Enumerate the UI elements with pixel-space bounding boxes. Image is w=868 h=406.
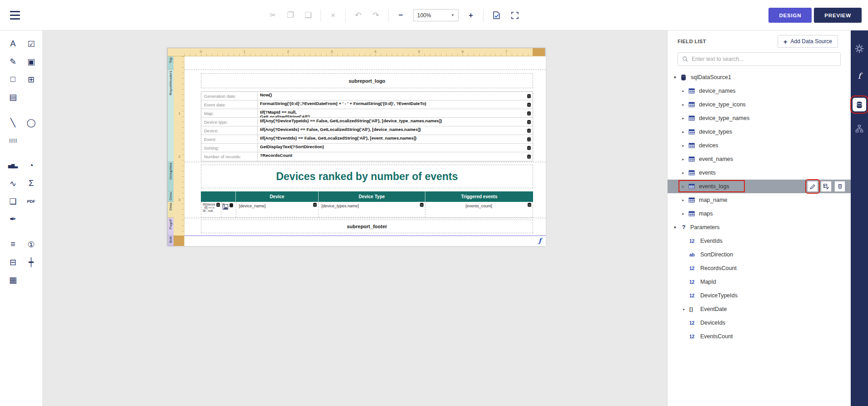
search-box[interactable] bbox=[678, 52, 841, 66]
zoom-select[interactable]: 100% ▼ bbox=[413, 9, 459, 21]
info-row[interactable]: Generation date:Now() bbox=[201, 92, 533, 100]
field-table-device_types[interactable]: ▸device_types bbox=[668, 125, 851, 139]
redo-icon[interactable]: ↷ bbox=[370, 10, 381, 20]
cut-icon[interactable]: ✂ bbox=[267, 10, 278, 20]
field-table-events_logs[interactable]: ▸events_logs bbox=[668, 180, 851, 193]
table-header-cell[interactable]: Triggered events bbox=[425, 191, 533, 202]
band-bott[interactable]: Bott bbox=[168, 236, 174, 246]
copy-icon[interactable]: ❐ bbox=[285, 10, 296, 20]
expander-icon[interactable]: ▸ bbox=[682, 143, 688, 148]
collapse-icon[interactable]: ▾ bbox=[674, 75, 680, 80]
table-header-blank-cell[interactable] bbox=[201, 191, 236, 202]
table-header-cell[interactable]: Device Type bbox=[319, 191, 425, 202]
zoom-in-icon[interactable]: + bbox=[465, 11, 476, 20]
sparkline-icon[interactable]: ∿ bbox=[6, 176, 20, 190]
parameters-node[interactable]: ▾ ? Parameters bbox=[668, 221, 851, 234]
manage-queries-button[interactable] bbox=[821, 181, 832, 192]
expander-icon[interactable]: ▸ bbox=[682, 89, 688, 93]
field-table-device_names[interactable]: ▸device_names bbox=[668, 84, 851, 98]
zoom-out-icon[interactable]: − bbox=[395, 11, 406, 20]
report-page[interactable]: 01234567 TopReportHeader1GroupHeaGrouDet… bbox=[167, 48, 545, 246]
shape-icon[interactable]: ◯ bbox=[24, 115, 38, 130]
report-explorer-icon[interactable] bbox=[853, 122, 866, 135]
info-row[interactable]: Device type:Iif(Any(?DeviceTypeIds) == F… bbox=[201, 118, 533, 126]
report-title-control[interactable]: Devices ranked by number of events bbox=[201, 165, 533, 188]
info-table[interactable]: Generation date:Now()Event date:FormatSt… bbox=[201, 91, 533, 161]
field-table-events[interactable]: ▸events bbox=[668, 166, 851, 180]
field-table-map_name[interactable]: ▸map_name bbox=[668, 193, 851, 207]
table-control-icon[interactable]: ⊞ bbox=[24, 72, 38, 86]
delete-query-button[interactable] bbox=[834, 181, 845, 192]
parameter-EventsCount[interactable]: 12EventsCount bbox=[668, 330, 851, 343]
band-deta[interactable]: Deta bbox=[168, 202, 174, 218]
detail-image-cell[interactable] bbox=[221, 202, 236, 217]
barcode-icon[interactable]: ∣∣∣∣ bbox=[6, 133, 20, 147]
field-table-event_names[interactable]: ▸event_names bbox=[668, 152, 851, 166]
menu-hamburger-icon[interactable] bbox=[7, 8, 23, 22]
detail-events-count-cell[interactable]: [events_count] bbox=[425, 202, 533, 217]
design-button[interactable]: DESIGN bbox=[768, 8, 812, 23]
info-row[interactable]: Number of records:?RecordsCount bbox=[201, 152, 533, 161]
band-grou[interactable]: Grou bbox=[168, 191, 174, 202]
expander-icon[interactable]: ▸ bbox=[682, 198, 688, 202]
parameter-RecordsCount[interactable]: 12RecordsCount bbox=[668, 261, 851, 275]
band-reportheader1[interactable]: ReportHeader1 bbox=[168, 70, 174, 162]
parameter-EventIds[interactable]: 12EventIds bbox=[668, 234, 851, 248]
info-row[interactable]: Sorting:GetDisplayText(?SortDirection) bbox=[201, 144, 533, 152]
paste-icon[interactable]: ❏ bbox=[303, 10, 314, 20]
character-comb-icon[interactable]: ▤ bbox=[6, 90, 20, 104]
report-content[interactable]: subreport_logo Generation date:Now()Even… bbox=[185, 56, 546, 246]
expander-icon[interactable]: ▸ bbox=[682, 170, 688, 175]
parameter-EventDate[interactable]: ▸[ ]EventDate bbox=[668, 302, 851, 316]
detail-device-type-cell[interactable]: [device_types.name] bbox=[319, 202, 425, 217]
search-input[interactable] bbox=[692, 56, 836, 62]
edit-query-button[interactable] bbox=[807, 181, 818, 192]
datasource-node[interactable]: ▾ sqlDataSource1 bbox=[668, 70, 851, 84]
fullscreen-icon[interactable] bbox=[509, 10, 521, 21]
signature-icon[interactable]: ✒ bbox=[6, 212, 20, 226]
page-info-icon[interactable]: ❏ bbox=[6, 194, 20, 208]
panel-icon[interactable]: □ bbox=[6, 72, 20, 86]
script-formula-icon[interactable]: ƒ bbox=[539, 237, 541, 244]
label-icon[interactable]: A bbox=[6, 37, 20, 51]
band-pagef[interactable]: PageF bbox=[168, 218, 174, 236]
info-row[interactable]: Device:Iif(Any(?DeviceIds) == False, Get… bbox=[201, 126, 533, 135]
subreport-footer-control[interactable]: subreport_footer bbox=[201, 220, 533, 233]
detail-device-name-cell[interactable]: [device_name] bbox=[236, 202, 319, 217]
line-icon[interactable]: ╲ bbox=[6, 115, 20, 130]
preview-button[interactable]: PREVIEW bbox=[814, 8, 862, 23]
field-table-device_type_names[interactable]: ▸device_type_names bbox=[668, 111, 851, 125]
gauge-icon[interactable]: ◔ bbox=[24, 159, 38, 173]
info-row[interactable]: Event:Iif(Any(?EventIds) == False, GetLo… bbox=[201, 135, 533, 144]
expressions-icon[interactable]: f bbox=[853, 69, 866, 83]
expander-icon[interactable]: ▸ bbox=[682, 184, 688, 189]
expander-icon[interactable]: ▸ bbox=[682, 211, 688, 216]
page-break-icon[interactable]: ⊟ bbox=[6, 255, 20, 269]
info-row[interactable]: Map:Iif(?MapId == null, GetLocalizedStri… bbox=[201, 109, 533, 118]
field-table-devices[interactable]: ▸devices bbox=[668, 139, 851, 152]
subreport-logo-control[interactable]: subreport_logo bbox=[201, 73, 533, 88]
table-of-contents-icon[interactable]: ≡ bbox=[6, 237, 20, 251]
undo-icon[interactable]: ↶ bbox=[353, 10, 364, 20]
page-number-icon[interactable]: ① bbox=[24, 237, 38, 251]
properties-gear-icon[interactable] bbox=[853, 42, 866, 55]
expander-icon[interactable]: ▸ bbox=[682, 157, 688, 161]
table-header-cell[interactable]: Device bbox=[236, 191, 319, 202]
cross-band-box-icon[interactable]: ▦ bbox=[6, 273, 20, 287]
add-data-source-button[interactable]: + Add Data Source bbox=[778, 35, 838, 48]
cross-band-line-icon[interactable]: ┿ bbox=[24, 255, 38, 269]
validate-report-icon[interactable] bbox=[490, 10, 502, 21]
expander-icon[interactable]: ▸ bbox=[682, 116, 688, 120]
checkbox-icon[interactable]: ☑ bbox=[24, 37, 38, 51]
info-row[interactable]: Event date:FormatString('{0:d}',?EventDa… bbox=[201, 100, 533, 109]
chart-icon[interactable]: ▅▇▃ bbox=[6, 159, 20, 173]
parameter-MapId[interactable]: 12MapId bbox=[668, 275, 851, 289]
field-table-maps[interactable]: ▸maps bbox=[668, 207, 851, 221]
field-table-device_type_icons[interactable]: ▸device_type_icons bbox=[668, 98, 851, 111]
band-grouphea[interactable]: GroupHea bbox=[168, 162, 174, 191]
collapse-icon[interactable]: ▾ bbox=[674, 225, 680, 230]
delete-icon[interactable]: × bbox=[328, 11, 339, 20]
band-top[interactable]: Top bbox=[168, 56, 174, 70]
design-canvas[interactable]: 01234567 TopReportHeader1GroupHeaGrouDet… bbox=[43, 30, 667, 406]
expander-icon[interactable]: ▸ bbox=[683, 307, 689, 311]
